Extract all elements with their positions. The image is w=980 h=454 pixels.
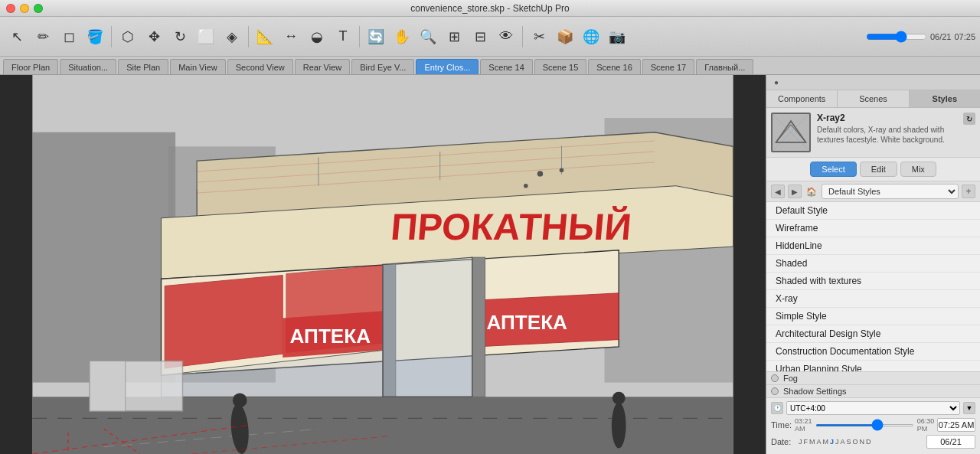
- style-list-item[interactable]: HiddenLine: [766, 237, 980, 255]
- panel-refresh-icon[interactable]: ↻: [963, 113, 975, 125]
- viewport-canvas: ПРОКАТНЫЙ АПТЕКА АПТЕКА: [0, 75, 766, 454]
- shadow-settings-row[interactable]: Shadow Settings: [766, 385, 980, 398]
- style-preview-area: X-ray2 Default colors, X-ray and shaded …: [766, 108, 980, 158]
- match-photo-tool[interactable]: 📷: [605, 24, 629, 50]
- select-tool[interactable]: ↖: [5, 24, 29, 50]
- panel-nav-tab-components[interactable]: Components: [766, 90, 838, 107]
- svg-text:АПТЕКА: АПТЕКА: [290, 325, 371, 348]
- style-action-tabs: SelectEditMix: [766, 158, 980, 181]
- maximize-button[interactable]: [34, 4, 43, 13]
- text-tool[interactable]: T: [331, 24, 355, 50]
- folder-add-button[interactable]: +: [962, 185, 975, 198]
- offset-tool[interactable]: ◈: [220, 24, 244, 50]
- tape-tool[interactable]: 📐: [253, 24, 277, 50]
- action-tab-mix[interactable]: Mix: [900, 162, 936, 177]
- time-input-slider[interactable]: [815, 424, 914, 426]
- scene-tab-entry-clos---[interactable]: Entry Clos...: [416, 59, 479, 74]
- scene-tab-floor-plan[interactable]: Floor Plan: [3, 59, 58, 74]
- rotate-tool[interactable]: ↻: [168, 24, 192, 50]
- panel-icon-left[interactable]: ●: [769, 76, 783, 90]
- scene-tab-scene-16[interactable]: Scene 16: [588, 59, 640, 74]
- scene-tab-scene-14[interactable]: Scene 14: [480, 59, 532, 74]
- separator-1: [111, 26, 112, 47]
- eraser-tool[interactable]: ◻: [57, 24, 81, 50]
- timezone-row: 🕐 UTC+4:00 ▼: [771, 401, 975, 415]
- date-slider-area: JFMAMJJASOND: [799, 438, 923, 446]
- orbit-tool[interactable]: 🔄: [364, 24, 388, 50]
- action-tab-edit[interactable]: Edit: [860, 162, 897, 177]
- toolbar: ↖ ✏ ◻ 🪣 ⬡ ✥ ↻ ⬜ ◈ 📐 ↔ ◒ T 🔄 ✋ 🔍 ⊞ ⊟ 👁 ✂ …: [0, 17, 980, 57]
- folder-home-button[interactable]: 🏠: [805, 185, 818, 198]
- time-label: Time:: [771, 420, 792, 430]
- svg-point-38: [537, 171, 543, 176]
- folder-dropdown[interactable]: Default Styles: [822, 184, 959, 199]
- close-button[interactable]: [6, 4, 15, 13]
- paint-tool[interactable]: 🪣: [83, 24, 107, 50]
- timeline-slider[interactable]: [866, 31, 927, 43]
- scene-tab-scene-15[interactable]: Scene 15: [534, 59, 586, 74]
- time-row: Time: 03:21 AM 06:30 PM 07:25 AM: [771, 417, 975, 433]
- viewport[interactable]: ПРОКАТНЫЙ АПТЕКА АПТЕКА: [0, 75, 766, 454]
- move-tool[interactable]: ✥: [142, 24, 166, 50]
- svg-text:ПРОКАТНЫЙ: ПРОКАТНЫЙ: [389, 206, 633, 247]
- previous-tool[interactable]: ⊟: [468, 24, 492, 50]
- toolbar-time-area: 06/21 07:25: [866, 31, 975, 43]
- style-name: X-ray2: [817, 113, 957, 123]
- style-preview-info: X-ray2 Default colors, X-ray and shaded …: [817, 113, 957, 152]
- scene-tab-bird-eye-v---[interactable]: Bird Eye V...: [351, 59, 414, 74]
- scene-tab-site-plan[interactable]: Site Plan: [118, 59, 168, 74]
- style-description: Default colors, X-ray and shaded with te…: [817, 125, 957, 145]
- scale-tool[interactable]: ⬜: [194, 24, 218, 50]
- section-tool[interactable]: ✂: [527, 24, 551, 50]
- pan-tool[interactable]: ✋: [390, 24, 414, 50]
- time-slider-area: 03:21 AM 06:30 PM: [795, 417, 934, 433]
- pencil-tool[interactable]: ✏: [31, 24, 55, 50]
- style-list-item[interactable]: X-ray: [766, 290, 980, 308]
- style-list-item[interactable]: Architectural Design Style: [766, 325, 980, 343]
- style-list-item[interactable]: Shaded with textures: [766, 273, 980, 290]
- fog-label: Fog: [783, 374, 798, 383]
- folder-forward-button[interactable]: ▶: [788, 185, 802, 198]
- svg-point-32: [612, 403, 626, 449]
- scene-tab-rear-view[interactable]: Rear View: [295, 59, 351, 74]
- style-list-item[interactable]: Shaded: [766, 255, 980, 273]
- panel-nav-tab-scenes[interactable]: Scenes: [838, 90, 909, 107]
- style-list-item[interactable]: Urban Planning Style: [766, 361, 980, 371]
- component-tool[interactable]: 📦: [553, 24, 577, 50]
- panel-nav-tab-styles[interactable]: Styles: [910, 90, 980, 107]
- svg-rect-17: [472, 257, 485, 397]
- push-pull-tool[interactable]: ⬡: [116, 24, 140, 50]
- fog-row[interactable]: Fog: [766, 372, 980, 385]
- scene-tab-main-view[interactable]: Main View: [170, 59, 226, 74]
- geo-location-tool[interactable]: 🌐: [579, 24, 603, 50]
- zoom-extent-tool[interactable]: ⊞: [442, 24, 466, 50]
- dimensions-tool[interactable]: ↔: [279, 24, 303, 50]
- date-row: Date: JFMAMJJASOND 06/21: [771, 435, 975, 449]
- svg-point-33: [612, 392, 626, 405]
- zoom-tool[interactable]: 🔍: [416, 24, 440, 50]
- timezone-add-button[interactable]: ▼: [963, 402, 975, 414]
- style-list-item[interactable]: Construction Documentation Style: [766, 343, 980, 361]
- style-list-item[interactable]: Simple Style: [766, 308, 980, 325]
- scene-tab-situation---[interactable]: Situation...: [60, 59, 116, 74]
- action-tab-select[interactable]: Select: [810, 162, 857, 177]
- protractor-tool[interactable]: ◒: [305, 24, 329, 50]
- minimize-button[interactable]: [20, 4, 29, 13]
- time-value-display: 07:25 AM: [937, 418, 975, 432]
- style-list-item[interactable]: Default Style: [766, 202, 980, 220]
- main-layout: ПРОКАТНЫЙ АПТЕКА АПТЕКА: [0, 75, 980, 454]
- style-folder-row: ◀ ▶ 🏠 Default Styles +: [766, 181, 980, 202]
- scene-tab-----------[interactable]: Главный...: [696, 59, 753, 74]
- svg-marker-9: [165, 276, 283, 368]
- time-start-label: 06/21: [930, 32, 952, 41]
- scenes-bar: Floor PlanSituation...Site PlanMain View…: [0, 57, 980, 75]
- scene-tab-second-view[interactable]: Second View: [227, 59, 293, 74]
- scene-tab-scene-17[interactable]: Scene 17: [642, 59, 694, 74]
- style-list-item[interactable]: Wireframe: [766, 220, 980, 237]
- walk-tool[interactable]: 👁: [494, 24, 518, 50]
- svg-text:АПТЕКА: АПТЕКА: [486, 311, 567, 334]
- window-title: convenience_store.skp - SketchUp Pro: [410, 3, 569, 14]
- folder-back-button[interactable]: ◀: [771, 185, 785, 198]
- timezone-select[interactable]: UTC+4:00: [786, 401, 960, 415]
- window-controls[interactable]: [6, 4, 43, 13]
